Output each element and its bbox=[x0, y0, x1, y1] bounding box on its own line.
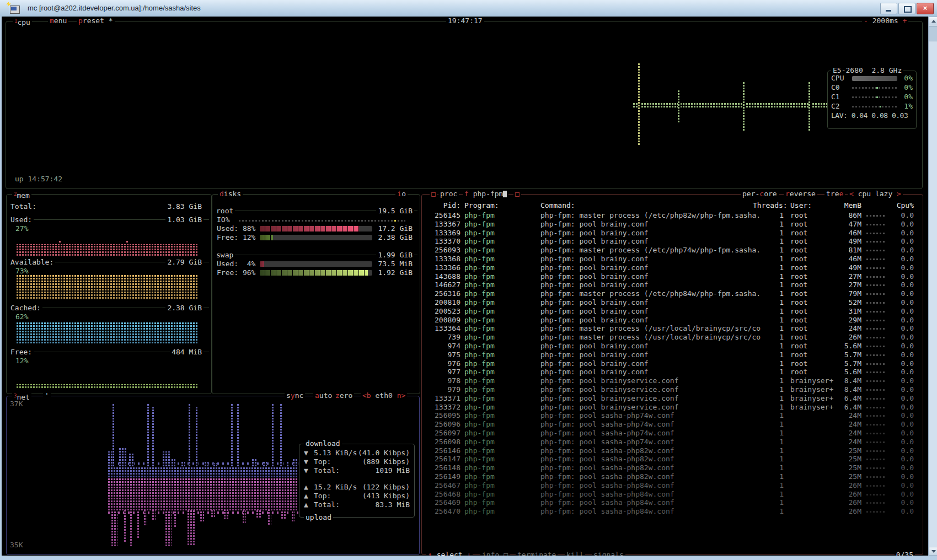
process-mem-meter bbox=[866, 380, 886, 382]
process-row[interactable]: 256467php-fpmphp-fpm: pool sasha-php84w.… bbox=[422, 481, 923, 490]
col-header-mem[interactable]: MemB bbox=[830, 201, 861, 210]
process-row[interactable]: 975php-fpmphp-fpm: pool brainy.conf1root… bbox=[422, 351, 923, 359]
process-user: root bbox=[790, 359, 807, 368]
scroll-up-button[interactable] bbox=[929, 17, 937, 25]
sort-selector[interactable]: < cpu lazy > bbox=[848, 190, 903, 198]
process-row[interactable]: 977php-fpmphp-fpm: pool brainy.conf1root… bbox=[422, 368, 923, 376]
process-program: php-fpm bbox=[464, 333, 495, 342]
process-row[interactable]: 200810php-fpmphp-fpm: pool brainy.conf1r… bbox=[422, 298, 923, 307]
process-mem: 8.4M bbox=[830, 376, 861, 385]
sort-next-button[interactable]: > bbox=[897, 190, 901, 198]
process-row[interactable]: 256145php-fpmphp-fpm: master process (/e… bbox=[422, 211, 923, 220]
process-user: root bbox=[790, 307, 807, 316]
net-download-graph bbox=[108, 466, 298, 477]
process-command: php-fpm: pool sasha-php84w.conf bbox=[540, 490, 674, 499]
terminal: 1cpu menu preset * 19:47:17 - 2000ms + u… bbox=[2, 17, 928, 556]
process-row[interactable]: 256469php-fpmphp-fpm: pool sasha-php84w.… bbox=[422, 498, 923, 507]
col-header-command[interactable]: Command: bbox=[540, 201, 575, 210]
process-cpu: 0.0 bbox=[891, 307, 914, 316]
disk-root-free-label: Free: 12% bbox=[217, 233, 255, 242]
percore-toggle-button[interactable]: per-core bbox=[741, 190, 779, 198]
process-threads: 1 bbox=[753, 316, 784, 325]
process-row[interactable]: 256148php-fpmphp-fpm: pool sasha-php82w.… bbox=[422, 464, 923, 472]
process-row[interactable]: 739php-fpmphp-fpm: master process (/usr/… bbox=[422, 333, 923, 342]
process-row[interactable]: 256316php-fpmphp-fpm: master process (/e… bbox=[422, 289, 923, 298]
process-mem-meter bbox=[866, 485, 886, 487]
process-mem-meter bbox=[866, 259, 886, 260]
process-row[interactable]: 133367php-fpmphp-fpm: pool brainy.conf1r… bbox=[422, 220, 923, 229]
process-mem: 31M bbox=[830, 307, 861, 316]
process-pid: 256316 bbox=[422, 289, 461, 298]
process-filter-input[interactable]: f php-fpm bbox=[463, 190, 508, 198]
process-row[interactable]: 200809php-fpmphp-fpm: pool brainy.conf1r… bbox=[422, 316, 923, 325]
io-toggle-button[interactable]: io bbox=[395, 190, 408, 198]
net-upload-spike bbox=[144, 510, 147, 525]
net-upload-spike bbox=[174, 510, 177, 527]
col-header-threads[interactable]: Threads: bbox=[753, 201, 784, 210]
process-command: php-fpm: pool sasha-php74w.conf bbox=[540, 438, 674, 446]
process-row[interactable]: 256147php-fpmphp-fpm: pool sasha-php82w.… bbox=[422, 455, 923, 464]
process-mem-meter bbox=[866, 441, 886, 443]
process-command: php-fpm: pool brainy.conf bbox=[540, 351, 649, 359]
process-pid: 256097 bbox=[422, 429, 461, 438]
process-row[interactable]: 256149php-fpmphp-fpm: pool sasha-php82w.… bbox=[422, 472, 923, 481]
col-header-user[interactable]: User: bbox=[790, 201, 812, 210]
scrollbar[interactable] bbox=[928, 17, 937, 556]
mem-used-graph bbox=[17, 244, 199, 256]
cpu-info-box: E5-2680 2.8 GHz CPU 0% C0 0% C1 0% bbox=[827, 71, 917, 129]
scrollbar-thumb[interactable] bbox=[929, 26, 937, 41]
process-row[interactable]: 256468php-fpmphp-fpm: pool sasha-php84w.… bbox=[422, 490, 923, 499]
process-threads: 1 bbox=[753, 359, 784, 368]
process-program: php-fpm bbox=[464, 359, 495, 368]
process-row[interactable]: 133368php-fpmphp-fpm: pool brainy.conf1r… bbox=[422, 255, 923, 263]
process-user: brainyser+ bbox=[790, 385, 833, 394]
col-header-cpu[interactable]: Cpu% bbox=[891, 201, 914, 210]
maximize-button[interactable] bbox=[898, 3, 915, 14]
cpu-history-spike bbox=[638, 63, 641, 145]
process-row[interactable]: 133372php-fpmphp-fpm: pool brainyservice… bbox=[422, 403, 923, 412]
process-mem: 25M bbox=[830, 446, 861, 455]
process-row[interactable]: 256095php-fpmphp-fpm: pool sasha-php74w.… bbox=[422, 411, 923, 420]
tree-toggle-button[interactable]: tree bbox=[824, 190, 845, 198]
process-mem: 29M bbox=[830, 316, 861, 325]
process-mem-meter bbox=[866, 250, 886, 251]
process-row[interactable]: 256096php-fpmphp-fpm: pool sasha-php74w.… bbox=[422, 420, 923, 429]
process-row[interactable]: 256093php-fpmphp-fpm: master process (/e… bbox=[422, 246, 923, 255]
process-row[interactable]: 133366php-fpmphp-fpm: pool brainy.conf1r… bbox=[422, 263, 923, 272]
process-cpu: 0.0 bbox=[891, 455, 914, 464]
process-command: php-fpm: pool sasha-php82w.conf bbox=[540, 464, 674, 472]
cpu-history-spike bbox=[743, 82, 746, 131]
process-row[interactable]: 974php-fpmphp-fpm: pool brainy.conf1root… bbox=[422, 342, 923, 351]
titlebar[interactable]: mc [root@a202.itdeveloper.com.ua]:/home/… bbox=[0, 0, 937, 17]
process-row[interactable]: 133364php-fpmphp-fpm: master process (/u… bbox=[422, 324, 923, 333]
process-row[interactable]: 200523php-fpmphp-fpm: pool brainy.conf1r… bbox=[422, 307, 923, 316]
process-pid: 256147 bbox=[422, 455, 461, 464]
reverse-toggle-button[interactable]: reverse bbox=[784, 190, 817, 198]
col-header-pid[interactable]: Pid: bbox=[422, 201, 461, 210]
net-download-spike bbox=[237, 403, 240, 466]
close-button[interactable]: × bbox=[917, 3, 934, 14]
process-row[interactable]: 976php-fpmphp-fpm: pool brainy.conf1root… bbox=[422, 359, 923, 368]
process-row[interactable]: 978php-fpmphp-fpm: pool brainyservice.co… bbox=[422, 376, 923, 385]
process-row[interactable]: 143688php-fpmphp-fpm: pool brainy.conf1r… bbox=[422, 272, 923, 281]
process-row[interactable]: 979php-fpmphp-fpm: pool brainyservice.co… bbox=[422, 385, 923, 394]
net-upload-spike bbox=[152, 510, 156, 520]
process-mem: 6.4M bbox=[830, 403, 861, 412]
process-row[interactable]: 133369php-fpmphp-fpm: pool brainy.conf1r… bbox=[422, 229, 923, 238]
process-row[interactable]: 256098php-fpmphp-fpm: pool sasha-php74w.… bbox=[422, 438, 923, 446]
process-row[interactable]: 256097php-fpmphp-fpm: pool sasha-php74w.… bbox=[422, 429, 923, 438]
process-row[interactable]: 146627php-fpmphp-fpm: pool brainy.conf1r… bbox=[422, 281, 923, 289]
minimize-button[interactable] bbox=[880, 3, 897, 14]
mem-box: 2mem Total: 3.83 GiB Used: 1.03 GiB 27% … bbox=[6, 194, 212, 394]
process-row[interactable]: 256146php-fpmphp-fpm: pool sasha-php82w.… bbox=[422, 446, 923, 455]
process-mem: 26M bbox=[830, 490, 861, 499]
process-program: php-fpm bbox=[464, 420, 495, 429]
process-program: php-fpm bbox=[464, 289, 495, 298]
process-row[interactable]: 133370php-fpmphp-fpm: pool brainy.conf1r… bbox=[422, 237, 923, 246]
net-upload-spike bbox=[137, 510, 140, 538]
col-header-program[interactable]: Program: bbox=[464, 201, 499, 210]
process-row[interactable]: 133371php-fpmphp-fpm: pool brainyservice… bbox=[422, 394, 923, 403]
scroll-down-button[interactable] bbox=[929, 547, 937, 556]
sort-prev-button[interactable]: < bbox=[849, 190, 854, 198]
process-row[interactable]: 256470php-fpmphp-fpm: pool sasha-php84w.… bbox=[422, 507, 923, 516]
